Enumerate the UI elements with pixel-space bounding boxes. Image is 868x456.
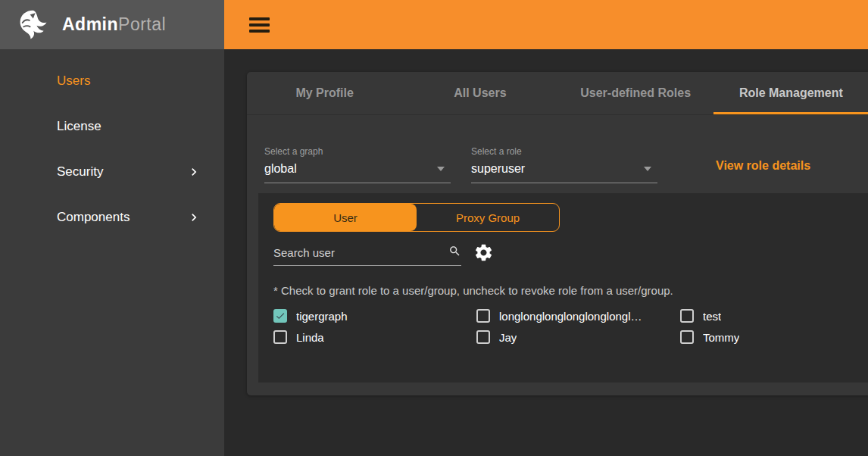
- search-input[interactable]: [273, 246, 448, 259]
- hamburger-menu-icon[interactable]: [249, 17, 270, 33]
- sidebar-item-security[interactable]: Security: [0, 149, 224, 195]
- grant-revoke-note: * Check to grant role to a user/group, u…: [273, 284, 868, 297]
- search-row: [273, 245, 868, 266]
- tab-my-profile[interactable]: My Profile: [247, 72, 402, 114]
- tab-label: All Users: [454, 86, 506, 100]
- sidebar-item-components[interactable]: Components: [0, 195, 224, 240]
- role-management-card: My Profile All Users User-defined Roles …: [247, 72, 868, 395]
- user-item-label: Tommy: [703, 331, 739, 344]
- role-select-value: superuser: [471, 162, 525, 176]
- checkbox[interactable]: [476, 330, 490, 344]
- chevron-right-icon: [186, 164, 201, 180]
- toggle-proxy-group-button[interactable]: Proxy Group: [417, 204, 559, 231]
- top-bar: [224, 0, 868, 49]
- checkbox[interactable]: [476, 309, 490, 323]
- app-header: AdminPortal: [0, 0, 868, 49]
- tab-label: User-defined Roles: [580, 86, 691, 100]
- sidebar-item-users[interactable]: Users: [0, 58, 224, 104]
- brand-logo: AdminPortal: [0, 0, 224, 49]
- toggle-user-button[interactable]: User: [274, 204, 417, 231]
- checkbox[interactable]: [273, 330, 287, 344]
- tiger-logo-icon: [17, 8, 52, 42]
- sidebar-item-label: Security: [57, 164, 186, 180]
- user-item-label: test: [703, 310, 721, 323]
- user-item-test[interactable]: test: [680, 308, 868, 323]
- brand-name-bold: Admin: [62, 14, 118, 34]
- brand-name: AdminPortal: [62, 14, 166, 35]
- toggle-user-label: User: [333, 211, 358, 224]
- dropdown-arrow-icon: [437, 167, 445, 171]
- checkbox[interactable]: [680, 309, 694, 323]
- tab-label: Role Management: [739, 86, 843, 100]
- role-select[interactable]: Select a role superuser: [471, 146, 657, 183]
- tab-all-users[interactable]: All Users: [402, 72, 557, 114]
- role-select-label: Select a role: [471, 146, 657, 157]
- checkbox[interactable]: [680, 330, 694, 344]
- user-item-label: tigergraph: [296, 310, 348, 323]
- user-item-tommy[interactable]: Tommy: [680, 330, 868, 345]
- graph-select[interactable]: Select a graph global: [264, 146, 451, 183]
- checkbox[interactable]: [273, 309, 287, 323]
- sidebar-item-label: License: [57, 119, 201, 134]
- user-proxy-toggle: User Proxy Group: [273, 203, 560, 232]
- user-assignment-panel: User Proxy Group * Check to grant role t…: [258, 193, 868, 383]
- settings-gear-icon[interactable]: [473, 242, 494, 266]
- dropdown-arrow-icon: [644, 167, 651, 171]
- graph-select-value: global: [264, 162, 297, 176]
- search-field: [273, 245, 461, 266]
- graph-select-label: Select a graph: [264, 146, 451, 157]
- user-item-linda[interactable]: Linda: [273, 330, 476, 345]
- sidebar-item-label: Components: [57, 210, 186, 225]
- chevron-right-icon: [186, 210, 201, 225]
- sidebar-item-license[interactable]: License: [0, 104, 224, 149]
- view-role-details-link[interactable]: View role details: [716, 159, 810, 183]
- sidebar-nav: Dashboard Monitor Management Users Licen…: [0, 49, 224, 456]
- user-item-jay[interactable]: Jay: [476, 330, 680, 345]
- user-item-long-name[interactable]: longlonglonglonglonglongl…: [476, 308, 680, 323]
- toggle-proxy-label: Proxy Group: [456, 211, 520, 224]
- sidebar-item-label: Users: [57, 73, 201, 89]
- filter-row: Select a graph global Select a role supe…: [247, 115, 868, 183]
- user-item-label: longlonglonglonglonglongl…: [499, 310, 642, 323]
- user-item-tigergraph[interactable]: tigergraph: [273, 308, 476, 323]
- search-icon: [448, 245, 461, 261]
- user-checkbox-grid: tigergraph longlonglonglonglonglongl… te…: [273, 308, 868, 345]
- tab-label: My Profile: [295, 86, 353, 100]
- tab-bar: My Profile All Users User-defined Roles …: [247, 72, 868, 115]
- user-item-label: Linda: [296, 331, 324, 344]
- brand-name-light: Portal: [118, 14, 166, 34]
- main-content: My Profile All Users User-defined Roles …: [224, 49, 868, 456]
- tab-role-management[interactable]: Role Management: [713, 72, 868, 114]
- tab-user-defined-roles[interactable]: User-defined Roles: [558, 72, 713, 114]
- user-item-label: Jay: [499, 331, 517, 344]
